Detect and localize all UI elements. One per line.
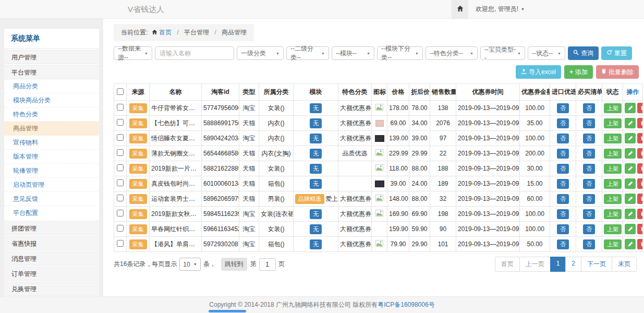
sidebar-item-2[interactable]: 商品分类 (4, 79, 99, 93)
search-button[interactable]: 查询 (568, 46, 599, 60)
sidebar-item-1[interactable]: 平台管理 (4, 65, 99, 79)
filter-data-source-select[interactable]: --数据来源--▼ (114, 46, 152, 60)
status-button[interactable]: 上架 (604, 103, 622, 113)
pager-button-1[interactable]: 上一页 (519, 257, 551, 272)
must-buy-toggle[interactable]: 否 (583, 164, 595, 174)
row-checkbox[interactable] (117, 225, 124, 232)
pager-button-0[interactable]: 首页 (495, 257, 520, 272)
page-number-input[interactable] (259, 258, 276, 271)
edit-button[interactable] (625, 133, 636, 143)
edit-button[interactable] (625, 209, 636, 219)
sidebar-item-4[interactable]: 特色分类 (4, 107, 99, 122)
delete-button[interactable] (637, 209, 643, 219)
per-page-select[interactable]: 10 ▼ (179, 258, 200, 271)
import-toggle[interactable]: 否 (557, 224, 569, 234)
add-button[interactable]: + 添加 (564, 65, 593, 79)
delete-button[interactable] (637, 103, 643, 113)
edit-button[interactable] (625, 103, 636, 113)
status-button[interactable]: 上架 (604, 134, 622, 143)
user-menu[interactable]: 欢迎您, 管理员! ▼ (476, 5, 525, 14)
horizontal-scrollbar[interactable] (209, 310, 246, 312)
row-checkbox[interactable] (117, 179, 124, 186)
import-toggle[interactable]: 否 (557, 164, 569, 174)
breadcrumb-home-link[interactable]: 首页 (159, 29, 172, 36)
sidebar-item-16[interactable]: 兑换管理 (4, 282, 99, 296)
row-checkbox[interactable] (117, 149, 124, 156)
sidebar-item-12[interactable]: 拼团管理 (4, 221, 99, 235)
edit-button[interactable] (625, 148, 636, 159)
row-checkbox[interactable] (117, 164, 124, 171)
import-toggle[interactable]: 否 (557, 209, 569, 219)
delete-button[interactable] (637, 133, 643, 143)
filter-category1-select[interactable]: 一级分类▼ (237, 46, 284, 60)
status-button[interactable]: 上架 (604, 149, 622, 159)
delete-button[interactable] (637, 118, 643, 128)
delete-button[interactable] (637, 148, 643, 159)
import-toggle[interactable]: 否 (557, 103, 569, 113)
status-button[interactable]: 上架 (604, 224, 622, 234)
name-search-input[interactable] (155, 46, 234, 60)
edit-button[interactable] (625, 178, 636, 189)
row-checkbox[interactable] (117, 119, 124, 126)
edit-button[interactable] (625, 163, 636, 174)
sidebar-item-5[interactable]: 商品管理 (4, 122, 99, 136)
delete-button[interactable] (637, 178, 643, 189)
edit-button[interactable] (625, 224, 636, 234)
filter-item-type-select[interactable]: --宝贝类型--▼ (480, 46, 525, 60)
must-buy-toggle[interactable]: 否 (583, 209, 595, 219)
status-button[interactable]: 上架 (604, 239, 622, 249)
status-button[interactable]: 上架 (604, 179, 622, 189)
status-button[interactable]: 上架 (604, 194, 622, 204)
filter-feature-select[interactable]: --特色分类--▼ (426, 46, 478, 60)
pager-button-2[interactable]: 1 (550, 257, 566, 272)
sidebar-item-8[interactable]: 轮播管理 (4, 164, 99, 178)
row-checkbox[interactable] (117, 195, 124, 201)
import-toggle[interactable]: 否 (557, 239, 569, 249)
sidebar-item-15[interactable]: 订单管理 (4, 267, 99, 281)
delete-button[interactable] (637, 239, 643, 249)
must-buy-toggle[interactable]: 否 (583, 103, 595, 113)
must-buy-toggle[interactable]: 否 (583, 134, 595, 143)
import-excel-button[interactable]: 导入excel (516, 65, 561, 79)
jump-button[interactable]: 跳转到 (221, 258, 247, 271)
delete-button[interactable] (637, 163, 643, 174)
row-checkbox[interactable] (117, 240, 124, 247)
sidebar-item-3[interactable]: 模块商品分类 (4, 93, 99, 107)
must-buy-toggle[interactable]: 否 (583, 224, 595, 234)
sidebar-item-0[interactable]: 用户管理 (4, 50, 99, 64)
sidebar-item-7[interactable]: 版本管理 (4, 150, 99, 164)
import-toggle[interactable]: 否 (557, 134, 569, 143)
sidebar-item-9[interactable]: 启动页管理 (4, 178, 99, 192)
import-toggle[interactable]: 否 (557, 194, 569, 204)
pager-button-4[interactable]: 下一页 (581, 257, 612, 272)
delete-button[interactable] (637, 194, 643, 204)
select-all-checkbox[interactable] (117, 88, 124, 95)
sidebar-item-13[interactable]: 省惠快报 (4, 236, 99, 250)
filter-status-select[interactable]: --状态--▼ (528, 46, 565, 60)
home-button[interactable] (452, 0, 468, 18)
import-toggle[interactable]: 否 (557, 149, 569, 159)
sidebar-item-6[interactable]: 宣传物料 (4, 136, 99, 150)
filter-module-select[interactable]: --模块--▼ (332, 46, 374, 60)
pager-button-3[interactable]: 2 (565, 257, 581, 272)
must-buy-toggle[interactable]: 否 (583, 118, 595, 128)
reset-button[interactable]: 重置 (601, 46, 632, 60)
row-checkbox[interactable] (117, 104, 124, 111)
sidebar-item-14[interactable]: 消息管理 (4, 251, 99, 266)
status-button[interactable]: 上架 (604, 209, 622, 219)
sidebar-item-10[interactable]: 意见反馈 (4, 192, 99, 206)
edit-button[interactable] (625, 118, 636, 128)
edit-button[interactable] (625, 194, 636, 204)
status-button[interactable]: 上架 (604, 164, 622, 174)
batch-delete-button[interactable]: 批量删除 (596, 65, 639, 79)
must-buy-toggle[interactable]: 否 (583, 194, 595, 204)
sidebar-item-11[interactable]: 平台配置 (4, 206, 99, 220)
filter-module-sub-select[interactable]: --模块下分类--▼ (377, 46, 423, 60)
icp-link[interactable]: 粤ICP备16098006号 (378, 301, 434, 308)
must-buy-toggle[interactable]: 否 (583, 239, 595, 249)
row-checkbox[interactable] (117, 134, 124, 141)
delete-button[interactable] (637, 224, 643, 234)
filter-category2-select[interactable]: --二级分类--▼ (286, 46, 329, 60)
must-buy-toggle[interactable]: 否 (583, 149, 595, 159)
row-checkbox[interactable] (117, 210, 124, 216)
